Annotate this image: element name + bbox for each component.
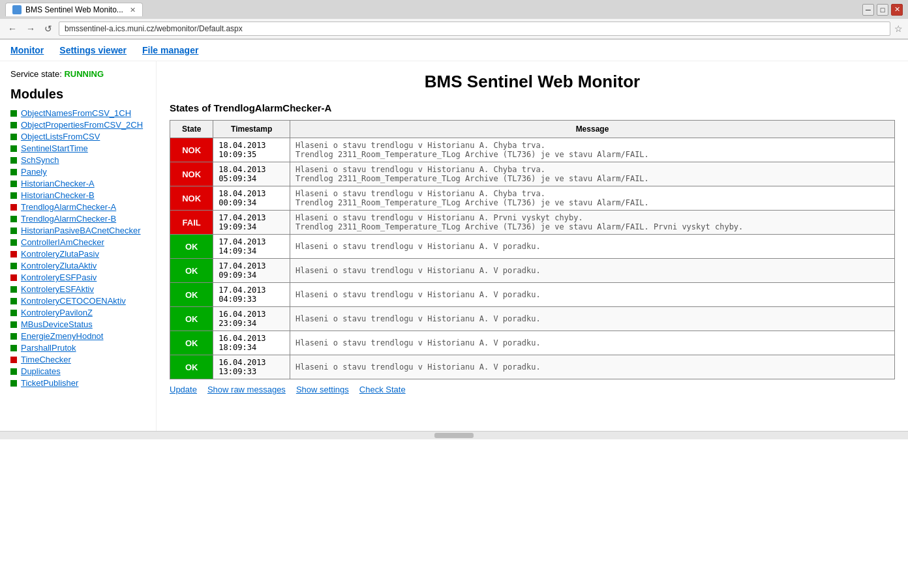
col-header-message: Message (290, 121, 894, 138)
state-cell: NOK (170, 186, 213, 211)
module-dot-9 (10, 216, 17, 222)
state-cell: NOK (170, 138, 213, 162)
message-cell: Hlaseni o stavu trendlogu v Historianu A… (290, 355, 894, 379)
table-row: NOK18.04.201305:09:34Hlaseni o stavu tre… (170, 162, 895, 186)
nav-settings-viewer-link[interactable]: Settings viewer (59, 45, 127, 55)
module-dot-3 (10, 145, 17, 152)
table-row: OK16.04.201323:09:34Hlaseni o stavu tren… (170, 307, 895, 331)
module-link-13[interactable]: KontroleryZlutaAktiv (21, 261, 97, 271)
module-dot-22 (10, 368, 17, 375)
module-item: ParshallPrutok (10, 343, 145, 353)
module-link-0[interactable]: ObjectNamesFromCSV_1CH (21, 108, 131, 118)
timestamp-cell: 17.04.201309:09:34 (213, 259, 290, 283)
nav-monitor-link[interactable]: Monitor (10, 45, 44, 55)
module-link-7[interactable]: HistorianChecker-B (21, 190, 95, 200)
col-header-timestamp: Timestamp (213, 121, 290, 138)
module-link-22[interactable]: Duplicates (21, 366, 61, 376)
module-dot-16 (10, 298, 17, 304)
reload-button[interactable]: ↺ (42, 22, 55, 35)
state-cell: FAIL (170, 211, 213, 235)
module-dot-7 (10, 192, 17, 199)
message-cell: Hlaseni o stavu trendlogu v Historianu A… (290, 259, 894, 283)
module-dot-2 (10, 134, 17, 140)
module-link-6[interactable]: HistorianChecker-A (21, 179, 95, 188)
module-dot-12 (10, 251, 17, 257)
window-close-button[interactable]: ✕ (891, 4, 903, 16)
module-link-16[interactable]: KontroleryCETOCOENAktiv (21, 296, 126, 306)
table-row: OK16.04.201318:09:34Hlaseni o stavu tren… (170, 331, 895, 355)
module-list: ObjectNamesFromCSV_1CHObjectPropertiesFr… (10, 108, 145, 388)
tab-close-button[interactable]: ✕ (130, 6, 136, 14)
bottom-links: UpdateShow raw messagesShow settingsChec… (170, 385, 895, 394)
module-link-19[interactable]: EnergieZmenyHodnot (21, 331, 103, 341)
module-dot-10 (10, 228, 17, 234)
address-bar-input[interactable] (59, 22, 890, 36)
tab-favicon (12, 5, 22, 14)
state-cell: OK (170, 355, 213, 379)
back-button[interactable]: ← (5, 22, 20, 35)
module-link-15[interactable]: KontroleryESFAktiv (21, 284, 94, 294)
tab-title: BMS Sentinel Web Monito... (25, 5, 123, 14)
module-item: KontroleryESFPasiv (10, 272, 145, 282)
nav-file-manager-link[interactable]: File manager (142, 45, 198, 55)
module-link-12[interactable]: KontroleryZlutaPasiv (21, 249, 99, 259)
module-link-8[interactable]: TrendlogAlarmChecker-A (21, 202, 116, 212)
bookmark-icon[interactable]: ☆ (894, 23, 903, 34)
message-cell: Hlaseni o stavu trendlogu v Historianu A… (290, 283, 894, 307)
module-item: KontroleryZlutaAktiv (10, 261, 145, 271)
module-item: ObjectNamesFromCSV_1CH (10, 108, 145, 118)
module-link-10[interactable]: HistorianPasiveBACnetChecker (21, 226, 141, 235)
module-link-20[interactable]: ParshallPrutok (21, 343, 76, 353)
page-title: BMS Sentinel Web Monitor (170, 72, 895, 92)
module-link-11[interactable]: ControllerIAmChecker (21, 237, 104, 247)
module-dot-5 (10, 169, 17, 175)
module-item: KontroleryESFAktiv (10, 284, 145, 294)
module-link-21[interactable]: TimeChecker (21, 355, 71, 364)
bottom-link-link-settings[interactable]: Show settings (296, 385, 349, 394)
timestamp-cell: 17.04.201314:09:34 (213, 235, 290, 259)
module-item: KontroleryZlutaPasiv (10, 249, 145, 259)
window-minimize-button[interactable]: ─ (862, 4, 874, 16)
timestamp-cell: 18.04.201305:09:34 (213, 162, 290, 186)
service-state-label: Service state: (10, 69, 62, 79)
module-link-4[interactable]: SchSynch (21, 155, 59, 165)
module-link-23[interactable]: TicketPublisher (21, 378, 78, 388)
module-link-2[interactable]: ObjectListsFromCSV (21, 132, 100, 141)
message-cell: Hlaseni o stavu trendlogu v Historianu A… (290, 162, 894, 186)
message-cell: Hlaseni o stavu trendlogu v Historianu A… (290, 331, 894, 355)
table-row: OK17.04.201309:09:34Hlaseni o stavu tren… (170, 259, 895, 283)
module-dot-4 (10, 157, 17, 164)
table-row: FAIL17.04.201319:09:34Hlaseni o stavu tr… (170, 211, 895, 235)
timestamp-cell: 18.04.201310:09:35 (213, 138, 290, 162)
module-item: TrendlogAlarmChecker-A (10, 202, 145, 212)
module-link-14[interactable]: KontroleryESFPasiv (21, 272, 97, 282)
module-item: Duplicates (10, 366, 145, 376)
module-item: ObjectPropertiesFromCSV_2CH (10, 120, 145, 130)
module-item: TicketPublisher (10, 378, 145, 388)
modules-title: Modules (10, 87, 145, 102)
bottom-link-link-update[interactable]: Update (170, 385, 197, 394)
module-link-9[interactable]: TrendlogAlarmChecker-B (21, 214, 116, 224)
bottom-link-link-raw[interactable]: Show raw messages (207, 385, 286, 394)
forward-button[interactable]: → (23, 22, 38, 35)
module-item: HistorianPasiveBACnetChecker (10, 226, 145, 235)
timestamp-cell: 18.04.201300:09:34 (213, 186, 290, 211)
message-cell: Hlaseni o stavu trendlogu v Historianu A… (290, 235, 894, 259)
module-dot-14 (10, 274, 17, 281)
state-cell: OK (170, 259, 213, 283)
module-link-1[interactable]: ObjectPropertiesFromCSV_2CH (21, 120, 143, 130)
service-state: Service state: RUNNING (10, 69, 145, 79)
module-link-5[interactable]: Panely (21, 167, 47, 177)
module-link-3[interactable]: SentinelStartTime (21, 143, 88, 153)
window-maximize-button[interactable]: □ (877, 4, 888, 16)
section-title: States of TrendlogAlarmChecker-A (170, 102, 895, 113)
main-content: BMS Sentinel Web Monitor States of Trend… (157, 61, 908, 431)
scrollbar[interactable] (434, 433, 474, 438)
service-state-value: RUNNING (64, 69, 104, 79)
bottom-link-link-check-state[interactable]: Check State (359, 385, 406, 394)
module-dot-13 (10, 263, 17, 269)
module-dot-21 (10, 357, 17, 363)
module-link-18[interactable]: MBusDeviceStatus (21, 319, 93, 329)
top-navigation: Monitor Settings viewer File manager (0, 40, 908, 61)
module-link-17[interactable]: KontroleryPavilonZ (21, 308, 93, 317)
